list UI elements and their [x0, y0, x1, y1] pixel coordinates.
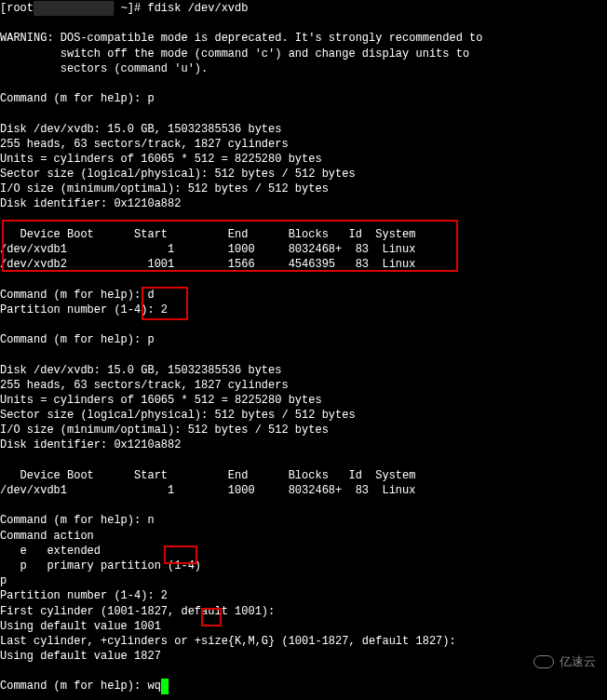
- blank: [0, 76, 607, 91]
- blank: [0, 347, 607, 362]
- prompt-line: [root████████████ ~]# fdisk /dev/xvdb: [0, 1, 607, 16]
- cmd-prompt[interactable]: Command (m for help): p: [0, 91, 607, 106]
- blank: [0, 664, 607, 679]
- partition-prompt[interactable]: Partition number (1-4): 2: [0, 588, 607, 603]
- blank: [0, 106, 607, 121]
- default-msg: Using default value 1001: [0, 619, 607, 634]
- disk-geom: 255 heads, 63 sectors/track, 1827 cylind…: [0, 378, 607, 393]
- default-msg: Using default value 1827: [0, 649, 607, 664]
- cmd-prompt[interactable]: Command (m for help): d: [0, 288, 607, 303]
- disk-geom: 255 heads, 63 sectors/track, 1827 cylind…: [0, 137, 607, 152]
- cursor-icon: [161, 679, 169, 693]
- cloud-icon: [533, 655, 554, 668]
- disk-io: I/O size (minimum/optimal): 512 bytes / …: [0, 423, 607, 438]
- disk-header: Disk /dev/xvdb: 15.0 GB, 15032385536 byt…: [0, 363, 607, 378]
- first-cyl-prompt[interactable]: First cylinder (1001-1827, default 1001)…: [0, 604, 607, 619]
- command-text: fdisk /dev/xvdb: [147, 2, 248, 15]
- blank: [0, 453, 607, 468]
- table-row: /dev/xvdb1 1 1000 8032468+ 83 Linux: [0, 242, 607, 257]
- selection-p[interactable]: p: [0, 573, 607, 588]
- cmd-action-p: p primary partition (1-4): [0, 559, 607, 573]
- partition-prompt[interactable]: Partition number (1-4): 2: [0, 303, 607, 317]
- blank: [0, 16, 607, 31]
- table-row: /dev/xvdb2 1001 1566 4546395 83 Linux: [0, 257, 607, 272]
- watermark: 亿速云: [533, 653, 596, 670]
- warning-line: switch off the mode (command 'c') and ch…: [0, 47, 607, 61]
- cmd-prompt[interactable]: Command (m for help): wq: [0, 679, 607, 693]
- last-cyl-prompt[interactable]: Last cylinder, +cylinders or +size{K,M,G…: [0, 634, 607, 649]
- table-header: Device Boot Start End Blocks Id System: [0, 227, 607, 242]
- disk-id: Disk identifier: 0x1210a882: [0, 196, 607, 211]
- disk-units: Units = cylinders of 16065 * 512 = 82252…: [0, 152, 607, 167]
- cmd-action-hdr: Command action: [0, 529, 607, 544]
- blank: [0, 498, 607, 513]
- blank: [0, 212, 607, 227]
- watermark-text: 亿速云: [560, 653, 596, 670]
- warning-line: sectors (command 'u').: [0, 61, 607, 76]
- table-row: /dev/xvdb1 1 1000 8032468+ 83 Linux: [0, 483, 607, 498]
- blank: [0, 317, 607, 332]
- disk-units: Units = cylinders of 16065 * 512 = 82252…: [0, 393, 607, 408]
- disk-sector: Sector size (logical/physical): 512 byte…: [0, 408, 607, 423]
- disk-id: Disk identifier: 0x1210a882: [0, 438, 607, 452]
- cmd-prompt[interactable]: Command (m for help): p: [0, 332, 607, 347]
- disk-sector: Sector size (logical/physical): 512 byte…: [0, 167, 607, 182]
- disk-io: I/O size (minimum/optimal): 512 bytes / …: [0, 182, 607, 196]
- disk-header: Disk /dev/xvdb: 15.0 GB, 15032385536 byt…: [0, 122, 607, 137]
- blank: [0, 272, 607, 287]
- masked-host: ████████████: [34, 1, 114, 16]
- cmd-action-e: e extended: [0, 544, 607, 559]
- cmd-prompt[interactable]: Command (m for help): n: [0, 513, 607, 528]
- warning-line: WARNING: DOS-compatible mode is deprecat…: [0, 31, 607, 46]
- table-header: Device Boot Start End Blocks Id System: [0, 468, 607, 483]
